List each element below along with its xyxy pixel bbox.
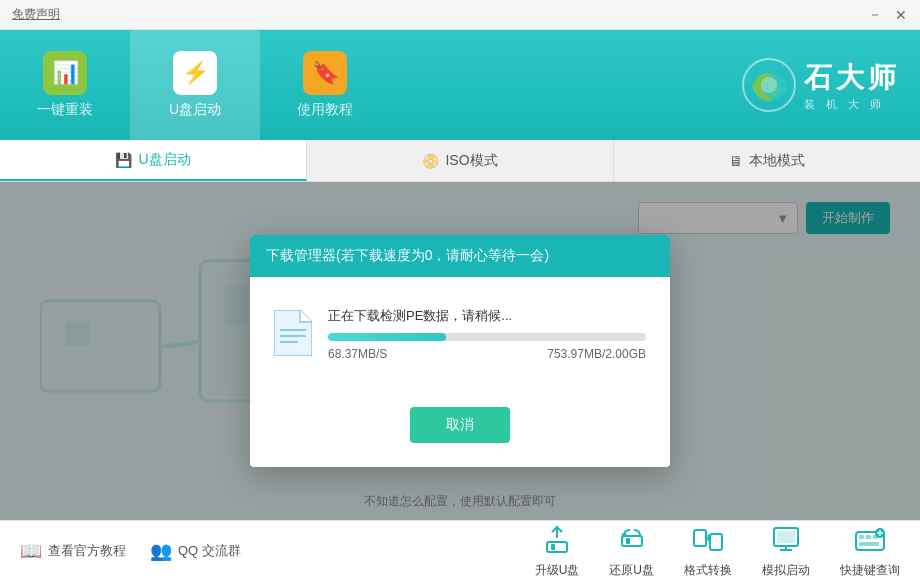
svg-rect-29: [866, 535, 871, 539]
shortcut-query-action[interactable]: 快捷键查询: [840, 522, 900, 579]
modal-title: 下载管理器(若下载速度为0，请耐心等待一会): [266, 247, 549, 263]
progress-bar-fill: [328, 333, 446, 341]
tab-udisk-label: U盘启动: [138, 151, 190, 169]
disclaimer-link[interactable]: 免费声明: [12, 6, 60, 23]
upgrade-udisk-label: 升级U盘: [535, 562, 580, 579]
tab-udisk-mode[interactable]: 💾 U盘启动: [0, 140, 307, 181]
logo-sub: 装 机 大 师: [804, 97, 900, 112]
bottom-toolbar: 📖 查看官方教程 👥 QQ 交流群 升级U盘: [0, 520, 920, 580]
download-status-text: 正在下载检测PE数据，请稍候...: [328, 307, 646, 325]
nav-item-reinstall[interactable]: 📊 一键重装: [0, 30, 130, 140]
file-icon-svg: [274, 310, 312, 356]
cancel-button[interactable]: 取消: [410, 407, 510, 443]
modal-footer: 取消: [250, 397, 670, 467]
progress-bar-bg: [328, 333, 646, 341]
tab-udisk-icon: 💾: [115, 152, 132, 168]
title-bar-left: 免费声明: [0, 6, 864, 23]
restore-udisk-icon: [614, 522, 650, 558]
tab-local-icon: 🖥: [729, 153, 743, 169]
nav-label-udisk: U盘启动: [169, 101, 221, 119]
svg-rect-26: [777, 531, 795, 543]
format-convert-label: 格式转换: [684, 562, 732, 579]
official-doc-label: 查看官方教程: [48, 542, 126, 560]
tab-iso-label: ISO模式: [445, 152, 497, 170]
svg-rect-21: [710, 534, 722, 550]
download-stats: 68.37MB/S 753.97MB/2.00GB: [328, 347, 646, 361]
logo-name: 石大师: [804, 59, 900, 97]
svg-rect-16: [551, 544, 555, 550]
close-button[interactable]: ✕: [890, 4, 912, 26]
nav-item-udisk[interactable]: ⚡ U盘启动: [130, 30, 260, 140]
tab-iso-mode[interactable]: 📀 ISO模式: [307, 140, 614, 181]
svg-rect-20: [694, 530, 706, 546]
simulate-boot-icon: [768, 522, 804, 558]
shortcut-query-label: 快捷键查询: [840, 562, 900, 579]
nav-label-reinstall: 一键重装: [37, 101, 93, 119]
modal-overlay: 下载管理器(若下载速度为0，请耐心等待一会): [0, 182, 920, 520]
official-doc-icon: 📖: [20, 540, 42, 562]
modal-body: 正在下载检测PE数据，请稍候... 68.37MB/S 753.97MB/2.0…: [250, 277, 670, 397]
modal-header: 下载管理器(若下载速度为0，请耐心等待一会): [250, 235, 670, 277]
reinstall-icon: 📊: [43, 51, 87, 95]
restore-udisk-action[interactable]: 还原U盘: [609, 522, 654, 579]
tutorial-icon: 🔖: [303, 51, 347, 95]
shortcut-query-icon: [852, 522, 888, 558]
bottom-right: 升级U盘 还原U盘: [261, 522, 920, 579]
qq-group-item[interactable]: 👥 QQ 交流群: [150, 540, 241, 562]
tab-local-label: 本地模式: [749, 152, 805, 170]
file-icon: [274, 310, 314, 358]
download-speed: 68.37MB/S: [328, 347, 387, 361]
tab-bar: 💾 U盘启动 📀 ISO模式 🖥 本地模式: [0, 140, 920, 182]
download-row: 正在下载检测PE数据，请稍候... 68.37MB/S 753.97MB/2.0…: [274, 307, 646, 361]
minimize-button[interactable]: －: [864, 4, 886, 26]
svg-rect-31: [859, 542, 879, 546]
upgrade-udisk-icon: [539, 522, 575, 558]
bottom-left: 📖 查看官方教程 👥 QQ 交流群: [0, 540, 261, 562]
title-bar-controls: － ✕: [864, 4, 912, 26]
tab-local-mode[interactable]: 🖥 本地模式: [614, 140, 920, 181]
logo-text-area: 石大师 装 机 大 师: [804, 59, 900, 112]
logo-area: 石大师 装 机 大 师: [742, 58, 900, 112]
official-doc-item[interactable]: 📖 查看官方教程: [20, 540, 126, 562]
svg-rect-19: [626, 538, 630, 544]
nav-item-tutorial[interactable]: 🔖 使用教程: [260, 30, 390, 140]
nav-label-tutorial: 使用教程: [297, 101, 353, 119]
simulate-boot-action[interactable]: 模拟启动: [762, 522, 810, 579]
title-bar: 免费声明 － ✕: [0, 0, 920, 30]
tab-iso-icon: 📀: [422, 153, 439, 169]
logo-icon: [742, 58, 796, 112]
simulate-boot-label: 模拟启动: [762, 562, 810, 579]
restore-udisk-label: 还原U盘: [609, 562, 654, 579]
download-info: 正在下载检测PE数据，请稍候... 68.37MB/S 753.97MB/2.0…: [328, 307, 646, 361]
nav-items: 📊 一键重装 ⚡ U盘启动 🔖 使用教程: [0, 30, 390, 140]
format-convert-action[interactable]: 格式转换: [684, 522, 732, 579]
header: 📊 一键重装 ⚡ U盘启动 🔖 使用教程 石大师 装 机: [0, 30, 920, 140]
qq-group-label: QQ 交流群: [178, 542, 241, 560]
udisk-icon: ⚡: [173, 51, 217, 95]
svg-point-1: [761, 77, 777, 93]
svg-rect-18: [622, 536, 642, 546]
upgrade-udisk-action[interactable]: 升级U盘: [535, 522, 580, 579]
main-content: ▼ 开始制作 不知道怎么配置，使用默认配置即可 下载管理器(若下载速度为0，请耐…: [0, 182, 920, 520]
download-manager-dialog: 下载管理器(若下载速度为0，请耐心等待一会): [250, 235, 670, 467]
svg-rect-15: [547, 542, 567, 552]
format-convert-icon: [690, 522, 726, 558]
svg-rect-28: [859, 535, 864, 539]
qq-group-icon: 👥: [150, 540, 172, 562]
download-progress-text: 753.97MB/2.00GB: [547, 347, 646, 361]
